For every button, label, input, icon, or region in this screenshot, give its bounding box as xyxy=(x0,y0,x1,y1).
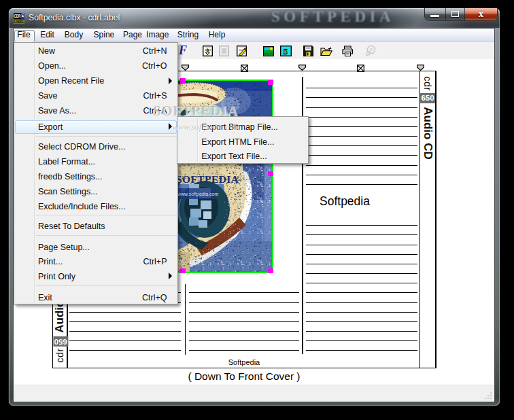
svg-text:www.softpedia.com: www.softpedia.com xyxy=(177,192,218,197)
svg-text:SOFTPEDIA: SOFTPEDIA xyxy=(176,173,239,185)
